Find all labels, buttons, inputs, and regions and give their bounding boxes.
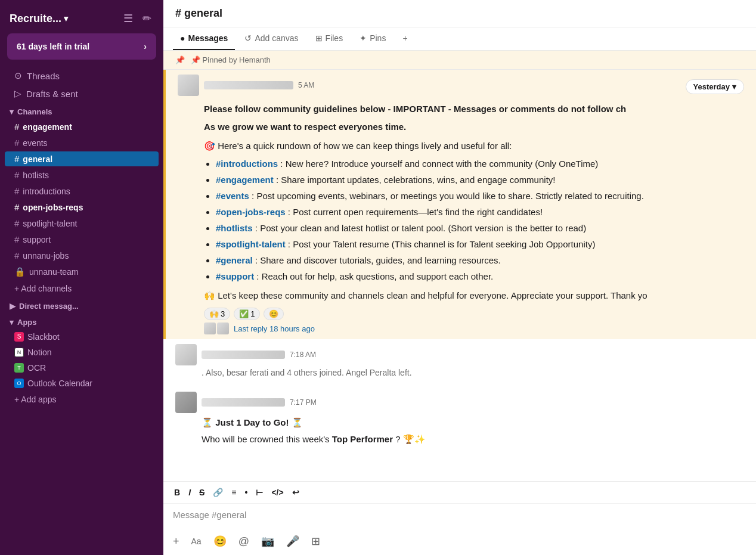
engagement-desc: : Share important updates, celebrations,… <box>276 175 556 185</box>
mention-button[interactable]: @ <box>236 534 252 549</box>
reply-avatar <box>204 323 216 334</box>
sidebar-item-support[interactable]: # support <box>5 232 159 247</box>
drafts-label: Drafts & sent <box>26 89 78 99</box>
introductions-desc: : New here? Introduce yourself and conne… <box>280 159 598 169</box>
tab-files[interactable]: ⊞ Files <box>308 27 351 50</box>
sidebar: Recruite... ▾ ☰ ✏ 61 days left in trial … <box>0 0 163 555</box>
hotlists-link[interactable]: #hotlists <box>216 223 253 233</box>
pinned-intro-text: Please follow community guidelines below… <box>204 102 744 116</box>
sidebar-item-threads[interactable]: ⊙ Threads <box>5 67 159 84</box>
sidebar-item-hotlists[interactable]: # hotlists <box>5 168 159 182</box>
trial-label: 61 days left in trial <box>17 42 89 51</box>
messages-area: 📌 📌 Pinned by Hemanth 5 AM Yesterday ▾ P… <box>163 51 756 481</box>
date-divider-pill[interactable]: Yesterday ▾ <box>686 79 744 94</box>
sidebar-header: Recruite... ▾ ☰ ✏ <box>0 0 163 33</box>
reaction-emoji-check: ✅ <box>239 309 249 318</box>
emoji-button[interactable]: 😊 <box>211 534 229 549</box>
shortcuts-button[interactable]: ⊞ <box>309 534 323 549</box>
sidebar-item-notion[interactable]: N Notion <box>5 345 159 359</box>
list-item: #hotlists : Post your clean and latest h… <box>216 221 744 235</box>
sidebar-item-general[interactable]: # general <box>5 151 159 166</box>
add-apps-label: + Add apps <box>14 395 56 404</box>
workspace-name[interactable]: Recruite... ▾ <box>10 13 68 25</box>
italic-button[interactable]: I <box>185 485 194 500</box>
sidebar-item-introductions[interactable]: # introductions <box>5 184 159 199</box>
sidebar-item-unnanu-team[interactable]: 🔒 unnanu-team <box>5 264 159 280</box>
sidebar-item-engagement[interactable]: # engagement <box>5 119 159 134</box>
sidebar-item-drafts[interactable]: ▷ Drafts & sent <box>5 85 159 102</box>
files-tab-icon: ⊞ <box>315 33 323 43</box>
hash-icon: # <box>14 170 19 180</box>
message-input-area[interactable]: Message #general <box>163 504 756 530</box>
engagement-link[interactable]: #engagement <box>216 175 274 185</box>
unordered-list-button[interactable]: • <box>241 485 252 500</box>
tab-canvas[interactable]: ↺ Add canvas <box>237 27 305 50</box>
audio-button[interactable]: 🎤 <box>284 534 302 549</box>
indent-button[interactable]: ⊢ <box>252 485 267 500</box>
add-channels-button[interactable]: + Add channels <box>5 281 159 296</box>
support-link[interactable]: #support <box>216 271 254 281</box>
reply-text: Last reply 18 hours ago <box>234 324 315 333</box>
channels-collapse-icon: ▾ <box>10 107 14 116</box>
reply-avatar-2 <box>217 323 229 334</box>
add-attachment-button[interactable]: + <box>171 534 182 549</box>
outlook-label: Outlook Calendar <box>27 379 92 388</box>
channels-section-label: Channels <box>17 107 52 116</box>
canvas-tab-label: Add canvas <box>255 33 298 43</box>
channels-section-header[interactable]: ▾ Channels <box>0 103 163 119</box>
reaction-hands[interactable]: 🙌 3 <box>204 308 230 320</box>
sidebar-item-events[interactable]: # events <box>5 135 159 150</box>
sidebar-item-open-jobs-reqs[interactable]: # open-jobs-reqs <box>5 200 159 215</box>
messages-tab-label: Messages <box>188 33 228 43</box>
introductions-link[interactable]: #introductions <box>216 159 278 169</box>
strikethrough-button[interactable]: S <box>196 485 208 500</box>
channel-title: # general <box>175 7 222 20</box>
spotlight-talent-link[interactable]: #spotlight-talent <box>216 239 286 249</box>
notion-label: Notion <box>27 348 51 357</box>
bold-button[interactable]: B <box>171 485 184 500</box>
code-button[interactable]: </> <box>268 485 287 500</box>
reply-bar[interactable]: Last reply 18 hours ago <box>178 323 744 334</box>
dm-section-header[interactable]: ▶ Direct messag... <box>0 297 163 313</box>
events-link[interactable]: #events <box>216 191 249 201</box>
tab-more[interactable]: + <box>395 27 414 50</box>
message-timestamp-2: 7:18 AM <box>290 351 316 359</box>
hash-icon: # <box>14 154 19 164</box>
video-button[interactable]: 📷 <box>259 534 277 549</box>
sidebar-item-slackbot[interactable]: S Slackbot <box>5 330 159 344</box>
general-link[interactable]: #general <box>216 255 253 265</box>
sidebar-item-unnanu-jobs[interactable]: # unnanu-jobs <box>5 248 159 263</box>
sidebar-item-ocr[interactable]: T OCR <box>5 361 159 375</box>
list-item: #introductions : New here? Introduce you… <box>216 157 744 171</box>
closing-text: 🙌 Let's keep these community and channel… <box>204 289 744 303</box>
reaction-smile[interactable]: 😊 <box>264 308 284 320</box>
open-jobs-reqs-link[interactable]: #open-jobs-reqs <box>216 207 286 217</box>
hash-icon: # <box>14 122 19 132</box>
pinned-message-content: Please follow community guidelines below… <box>178 102 744 303</box>
reaction-check[interactable]: ✅ 1 <box>234 308 260 320</box>
text-format-button[interactable]: Aa <box>189 535 204 547</box>
apps-section-header[interactable]: ▾ Apps <box>0 313 163 329</box>
events-desc: : Post upcoming events, webinars, or mee… <box>252 191 644 201</box>
avatar-1 <box>178 75 199 96</box>
format-toolbar: B I S 🔗 ≡ • ⊢ </> ↩ <box>163 482 756 504</box>
hash-icon: # <box>14 250 19 261</box>
trial-banner[interactable]: 61 days left in trial › <box>7 33 156 60</box>
tab-pins[interactable]: ✦ Pins <box>352 27 393 50</box>
link-button[interactable]: 🔗 <box>209 485 227 500</box>
filter-button[interactable]: ☰ <box>121 10 135 27</box>
sidebar-item-spotlight-talent[interactable]: # spotlight-talent <box>5 216 159 231</box>
sidebar-item-outlook[interactable]: O Outlook Calendar <box>5 376 159 390</box>
workspace-arrow-icon: ▾ <box>64 14 68 23</box>
hash-icon: # <box>14 234 19 244</box>
hash-icon: # <box>14 218 19 228</box>
add-apps-button[interactable]: + Add apps <box>5 392 159 407</box>
pin-icon: 📌 <box>175 55 185 64</box>
compose-button[interactable]: ✏ <box>140 10 154 27</box>
ordered-list-button[interactable]: ≡ <box>228 485 240 500</box>
quote-button[interactable]: ↩ <box>289 485 303 500</box>
lock-icon: 🔒 <box>14 266 26 277</box>
tab-messages[interactable]: ● Messages <box>173 27 235 50</box>
canvas-tab-icon: ↺ <box>244 33 252 43</box>
outlook-icon: O <box>14 379 24 388</box>
